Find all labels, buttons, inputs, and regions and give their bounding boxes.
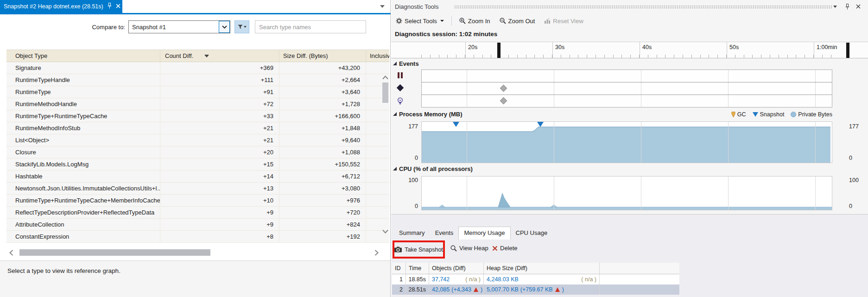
column-header-count-diff[interactable]: Count Diff. (160, 50, 279, 62)
horizontal-scrollbar[interactable] (6, 248, 383, 257)
chevron-down-icon[interactable] (219, 21, 230, 33)
ruler-tick-label: 1:00min (817, 44, 837, 51)
delete-button[interactable]: Delete (492, 245, 518, 252)
compare-to-label: Compare to: (56, 24, 125, 31)
sort-descending-icon (204, 55, 209, 57)
events-section-header[interactable]: Events (393, 60, 419, 67)
compare-to-dropdown[interactable]: Snapshot #1 (128, 20, 230, 33)
table-row[interactable]: RuntimeMethodHandle +72 +1,728 (6, 98, 389, 110)
tab-memory-usage[interactable]: Memory Usage (458, 227, 510, 240)
table-row[interactable]: Hashtable +14 +6,712 (6, 171, 389, 183)
active-tab-underline (0, 13, 391, 14)
table-row[interactable]: RuntimeMethodInfoStub +21 +1,848 (6, 122, 389, 134)
size-diff-cell: +1,728 (279, 98, 366, 110)
tab-events[interactable]: Events (430, 227, 459, 240)
timeline-ruler[interactable]: 20s 30s 40s 50s 1:00min (391, 42, 868, 58)
events-row-pause (422, 70, 832, 82)
select-tools-button[interactable]: Select Tools (393, 16, 447, 26)
table-row[interactable]: Closure +20 +1,088 (6, 146, 389, 158)
camera-icon (394, 246, 402, 253)
zoom-in-button[interactable]: Zoom In (456, 16, 493, 26)
count-diff-cell: +10 (160, 195, 279, 206)
objects-count-link[interactable]: 37,742 (432, 276, 450, 283)
close-icon[interactable] (116, 3, 120, 10)
object-type-cell: Newtonsoft.Json.Utilities.ImmutableColle… (6, 183, 160, 194)
collapse-triangle-icon (393, 167, 397, 171)
size-diff-cell: +166,600 (279, 110, 366, 122)
magnifier-icon (450, 245, 457, 252)
zoom-out-button[interactable]: Zoom Out (497, 16, 538, 26)
objects-count-link[interactable]: 42,085 (432, 286, 450, 293)
cpu-chart[interactable] (421, 176, 832, 210)
table-row[interactable]: Signature +369 +43,200 (6, 62, 389, 74)
table-row[interactable]: RuntimeType+RuntimeTypeCache +33 +166,60… (6, 110, 389, 122)
snapshot-row-1[interactable]: 1 18.85s 37,742( n/a ) 4,248.03 KB( n/a … (392, 274, 679, 284)
pin-icon[interactable] (843, 3, 851, 10)
panel-titlebar[interactable]: Diagnostic Tools (391, 0, 868, 13)
table-row[interactable]: List<Object> +21 +9,640 (6, 134, 389, 146)
close-icon[interactable] (854, 3, 862, 10)
diagnostics-toolbar: Select Tools Zoom In Zoom Out ? Reset Vi… (393, 14, 586, 28)
intellitrace-bulb-icon (395, 97, 405, 105)
table-row[interactable]: RuntimeType+RuntimeTypeCache+MemberInfoC… (6, 195, 389, 207)
size-diff-cell: +43,200 (279, 62, 366, 74)
scroll-up-icon[interactable] (382, 74, 389, 81)
snapshot-row-2-selected[interactable]: 2 28.51s 42,085(+4,343) 5,007.70 KB(+759… (392, 284, 679, 295)
process-memory-chart[interactable] (421, 121, 832, 163)
search-input[interactable] (255, 21, 366, 33)
snapshots-table-header: ID Time Objects (Diff) Heap Size (Diff) (392, 263, 679, 274)
heap-size-link[interactable]: 5,007.70 KB (487, 286, 519, 293)
object-type-cell: Closure (6, 146, 160, 158)
snapshot-2-marker[interactable] (537, 122, 544, 127)
size-diff-cell: +1,848 (279, 122, 366, 134)
table-row[interactable]: AttributeCollection +9 +824 (6, 219, 389, 231)
heap-size-link[interactable]: 4,248.03 KB (487, 276, 519, 283)
scrollbar-thumb[interactable] (382, 82, 388, 103)
take-snapshot-button-highlighted[interactable]: Take Snapshot (393, 240, 445, 259)
chevron-down-icon (440, 20, 444, 22)
events-track-grid[interactable] (421, 70, 832, 107)
event-diamond-marker[interactable] (500, 85, 507, 92)
scrollbar-thumb[interactable] (19, 249, 210, 256)
process-memory-section-header[interactable]: Process Memory (MB) (393, 111, 463, 118)
cpu-section-header[interactable]: CPU (% of all processors) (393, 165, 473, 172)
size-diff-cell: +1,088 (279, 146, 366, 158)
memory-usage-toolbar: Take Snapshot View Heap Delete (391, 240, 868, 260)
scroll-right-icon[interactable] (373, 249, 380, 256)
ruler-tick-label: 50s (729, 44, 739, 51)
pin-icon[interactable] (108, 3, 112, 10)
session-range-end-handle[interactable] (846, 43, 849, 58)
vertical-scrollbar[interactable] (381, 62, 390, 243)
cpu-axis-max-right: 100 (849, 177, 859, 183)
object-type-cell: RuntimeMethodHandle (6, 98, 160, 110)
window-position-icon[interactable] (831, 3, 839, 10)
table-row[interactable]: ConstantExpression +8 +192 (6, 231, 389, 243)
table-row[interactable]: ReflectTypeDescriptionProvider+Reflected… (6, 207, 389, 219)
tab-cpu-usage[interactable]: CPU Usage (511, 227, 553, 240)
chevron-down-icon[interactable] (380, 5, 385, 8)
object-type-cell: RuntimeType+RuntimeTypeCache+MemberInfoC… (6, 195, 160, 206)
object-type-table-body: Signature +369 +43,200 RuntimeTypeHandle… (6, 62, 389, 243)
event-diamond-marker[interactable] (500, 97, 507, 105)
gc-marker-icon (731, 112, 735, 118)
column-header-inclusive-size[interactable]: Inclusive S (366, 50, 389, 62)
gear-icon (396, 18, 402, 24)
view-heap-button[interactable]: View Heap (450, 245, 488, 252)
table-row[interactable]: RuntimeType +91 +3,640 (6, 86, 389, 98)
scroll-left-icon[interactable] (7, 249, 15, 256)
reset-view-button[interactable]: ? Reset View (541, 16, 586, 26)
snapshot-1-marker[interactable] (453, 122, 459, 127)
table-row[interactable]: Newtonsoft.Json.Utilities.ImmutableColle… (6, 183, 389, 195)
scroll-down-icon[interactable] (382, 228, 389, 235)
session-range-start-handle[interactable] (497, 43, 501, 58)
column-header-object-type[interactable]: Object Type (6, 50, 160, 62)
tab-snapshot-2-heap[interactable]: Snapshot #2 Heap dotnet.exe (28.51s) (0, 0, 122, 13)
size-diff-cell: +150,552 (279, 158, 366, 170)
filter-button[interactable] (234, 20, 249, 33)
table-row[interactable]: StackifyLib.Models.LogMsg +15 +150,552 (6, 158, 389, 171)
diagnostics-bottom-section: Summary Events Memory Usage CPU Usage Ta… (391, 214, 868, 297)
events-row-intellitrace (422, 95, 832, 107)
table-row[interactable]: RuntimeTypeHandle +111 +2,664 (6, 74, 389, 86)
tab-summary[interactable]: Summary (394, 227, 430, 240)
column-header-size-diff[interactable]: Size Diff. (Bytes) (279, 50, 366, 62)
